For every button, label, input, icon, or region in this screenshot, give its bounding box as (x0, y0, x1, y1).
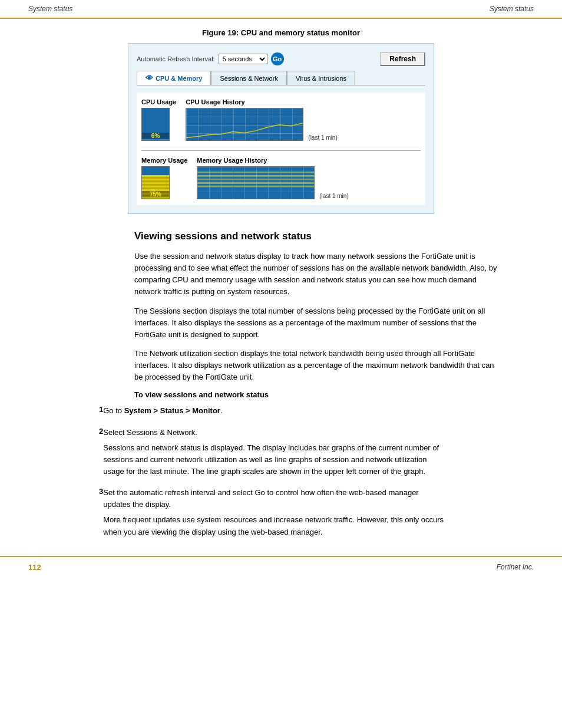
step-3: 3 Set the automatic refresh interval and… (28, 487, 534, 542)
main-content: Figure 19: CPU and memory status monitor… (0, 28, 562, 542)
header-left: System status (28, 5, 72, 13)
memory-history-line-svg (197, 167, 314, 199)
go-button[interactable]: Go (271, 52, 284, 65)
cpu-history-section: CPU Usage History (last 1 min) (186, 98, 337, 141)
tab-sessions-network[interactable]: Sessions & Network (211, 71, 286, 85)
screenshot-box: Automatic Refresh Interval: 5 seconds 10… (128, 43, 434, 214)
steps-list: 1 Go to System > Status > Monitor. 2 Sel… (28, 405, 534, 541)
cpu-history-wrapper: (last 1 min) (186, 108, 337, 141)
cpu-history-line-svg (186, 108, 303, 141)
step-1-content: Go to System > Status > Monitor. (103, 405, 222, 420)
step-2-content: Select Sessions & Network. Sessions and … (103, 427, 445, 482)
page-number: 112 (28, 563, 41, 572)
svg-rect-0 (197, 172, 314, 173)
memory-chart-row: Memory Usage 75% Memory Usage History (141, 157, 421, 199)
step-1: 1 Go to System > Status > Monitor. (28, 405, 534, 420)
cpu-history-label: CPU Usage History (186, 98, 337, 106)
figure-caption: Figure 19: CPU and memory status monitor (28, 28, 534, 37)
memory-time-label: (last 1 min) (319, 193, 348, 199)
step-2-text: Select Sessions & Network. (103, 427, 445, 439)
company-name: Fortinet Inc. (497, 563, 534, 572)
step-3-content: Set the automatic refresh interval and s… (103, 487, 445, 542)
charts-area: CPU Usage 6% CPU Usage History (137, 93, 425, 205)
step-1-bold: System > Status > Monitor (124, 406, 220, 415)
step-3-num: 3 (28, 487, 103, 542)
svg-rect-3 (197, 182, 314, 184)
chart-divider (141, 150, 421, 151)
svg-rect-2 (197, 179, 314, 180)
para-2: The Sessions section displays the total … (134, 305, 500, 341)
memory-usage-section: Memory Usage 75% (141, 157, 187, 199)
tabs-row: 👁 CPU & Memory Sessions & Network Virus … (137, 71, 425, 85)
memory-history-section: Memory Usage History (197, 157, 348, 199)
step-3-sub: More frequent updates use system resourc… (103, 514, 445, 538)
cpu-history-canvas (186, 108, 303, 141)
memory-history-canvas (197, 166, 315, 199)
memory-history-label: Memory Usage History (197, 157, 348, 164)
cpu-usage-label: CPU Usage (141, 98, 176, 106)
memory-bar-gauge: 75% (141, 166, 170, 199)
step-3-text: Set the automatic refresh interval and s… (103, 487, 445, 510)
step-2: 2 Select Sessions & Network. Sessions an… (28, 427, 534, 482)
cpu-time-label: (last 1 min) (308, 134, 337, 141)
step-1-text: Go to System > Status > Monitor. (103, 405, 222, 417)
page-header: System status System status (0, 0, 562, 19)
svg-rect-1 (197, 175, 314, 177)
tab-sessions-label: Sessions & Network (220, 75, 277, 82)
cpu-bar-gauge: 6% (141, 108, 170, 141)
refresh-button[interactable]: Refresh (380, 52, 425, 66)
memory-history-wrapper: (last 1 min) (197, 166, 348, 199)
cpu-usage-section: CPU Usage 6% (141, 98, 176, 141)
header-right: System status (490, 5, 534, 13)
section-heading-container: Viewing sessions and network status (134, 230, 534, 242)
step-2-num: 2 (28, 427, 103, 482)
tab-cpu-label: CPU & Memory (156, 75, 202, 82)
memory-usage-label: Memory Usage (141, 157, 187, 164)
toolbar-row: Automatic Refresh Interval: 5 seconds 10… (137, 52, 425, 66)
proc-heading: To view sessions and network status (134, 390, 534, 399)
para-3: The Network utilization section displays… (134, 348, 500, 383)
section-heading: Viewing sessions and network status (134, 230, 534, 242)
page-footer: 112 Fortinet Inc. (0, 556, 562, 578)
refresh-interval-label: Automatic Refresh Interval: (137, 55, 215, 62)
tab-cpu-memory[interactable]: 👁 CPU & Memory (137, 71, 211, 85)
step-2-sub: Sessions and network status is displayed… (103, 442, 445, 477)
tab-virus-intrusions[interactable]: Virus & Intrusions (287, 71, 355, 85)
eye-icon: 👁 (146, 74, 153, 83)
refresh-interval-select[interactable]: 5 seconds 10 seconds 30 seconds (219, 54, 267, 64)
memory-gauge-value: 75% (142, 191, 169, 197)
svg-rect-4 (197, 186, 314, 187)
cpu-gauge-value: 6% (142, 133, 169, 139)
tab-virus-label: Virus & Intrusions (296, 75, 346, 82)
step-1-num: 1 (28, 405, 103, 420)
cpu-chart-row: CPU Usage 6% CPU Usage History (141, 98, 421, 141)
para-1: Use the session and network status displ… (134, 251, 500, 298)
